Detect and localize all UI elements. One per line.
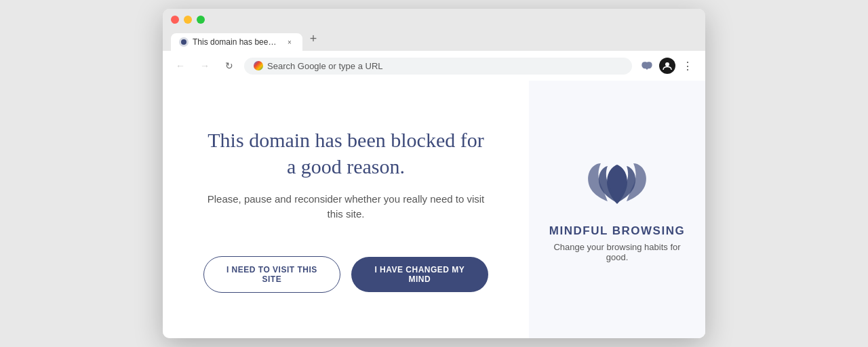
address-bar[interactable]: Search Google or type a URL <box>244 58 632 75</box>
title-bar: This domain has been blocked! × + <box>163 9 705 51</box>
blocked-title: This domain has been blocked for a good … <box>203 127 488 180</box>
close-window-button[interactable] <box>171 16 179 24</box>
tab-close-button[interactable]: × <box>285 37 294 47</box>
tabs-row: This domain has been blocked! × + <box>171 29 697 51</box>
svg-point-1 <box>181 39 186 45</box>
right-panel: MINDFUL BROWSING Change your browsing ha… <box>529 81 705 338</box>
visit-site-button[interactable]: I NEED TO VISIT THIS SITE <box>203 256 340 293</box>
app-name: MINDFUL BROWSING <box>549 224 685 238</box>
changed-mind-button[interactable]: I HAVE CHANGED MY MIND <box>351 257 488 292</box>
new-tab-button[interactable]: + <box>304 29 323 48</box>
blocked-subtitle: Please, pause and reconsider whether you… <box>203 192 488 222</box>
tab-title: This domain has been blocked! <box>193 37 281 47</box>
address-text: Search Google or type a URL <box>267 61 623 71</box>
mindful-icon[interactable] <box>637 56 656 75</box>
app-tagline: Change your browsing habits for good. <box>542 242 692 262</box>
active-tab[interactable]: This domain has been blocked! × <box>171 33 302 51</box>
forward-button[interactable]: → <box>195 56 214 75</box>
svg-point-2 <box>665 62 669 66</box>
profile-icon[interactable] <box>659 58 675 74</box>
maximize-window-button[interactable] <box>197 16 205 24</box>
button-group: I NEED TO VISIT THIS SITE I HAVE CHANGED… <box>203 256 488 293</box>
tab-favicon <box>179 37 189 47</box>
left-panel: This domain has been blocked for a good … <box>163 81 529 338</box>
minimize-window-button[interactable] <box>184 16 192 24</box>
refresh-button[interactable]: ↻ <box>220 56 239 75</box>
back-button[interactable]: ← <box>171 56 190 75</box>
page-content: This domain has been blocked for a good … <box>163 81 705 338</box>
google-icon <box>254 61 263 70</box>
window-controls <box>171 16 697 24</box>
menu-button[interactable]: ⋮ <box>678 56 697 75</box>
nav-bar: ← → ↻ Search Google or type a URL <box>163 51 705 81</box>
lotus-logo <box>583 157 651 213</box>
browser-icons: ⋮ <box>637 56 697 75</box>
browser-window: This domain has been blocked! × + ← → ↻ … <box>163 9 705 338</box>
